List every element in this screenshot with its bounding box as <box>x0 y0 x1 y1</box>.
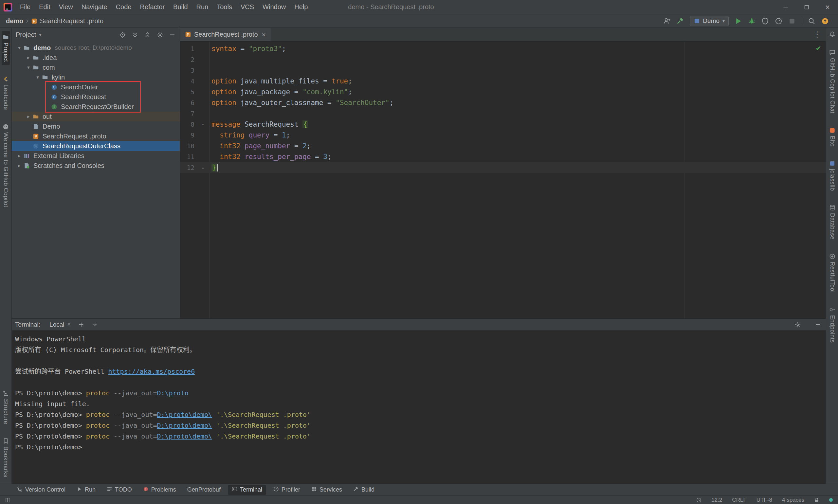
tree-item-scratches-and-consoles[interactable]: ▸Scratches and Consoles <box>12 161 180 170</box>
menu-build[interactable]: Build <box>169 0 192 14</box>
menu-view[interactable]: View <box>55 0 77 14</box>
terminal-hide-icon[interactable] <box>815 321 821 328</box>
tree-item-out[interactable]: ▸out <box>12 112 180 122</box>
menu-tools[interactable]: Tools <box>212 0 236 14</box>
tree-item-searchrequest[interactable]: CSearchRequest <box>12 92 180 102</box>
debug-button[interactable] <box>748 17 755 25</box>
profiler-button[interactable] <box>775 17 782 25</box>
chevron-down-icon[interactable]: ▾ <box>24 65 33 70</box>
toolwindow-button-build[interactable]: Build <box>349 485 378 495</box>
menu-run[interactable]: Run <box>192 0 213 14</box>
status-widget-icon[interactable] <box>696 498 701 503</box>
editor-tab[interactable]: P SearchRequest .proto × <box>180 28 271 41</box>
code-line-12[interactable]: 12▴} <box>180 162 826 173</box>
terminal-dropdown-icon[interactable] <box>92 321 98 328</box>
code-line-7[interactable]: 7 <box>180 108 826 119</box>
terminal-tab-local[interactable]: Local × <box>50 321 71 328</box>
tree-item-external-libraries[interactable]: ▸External Libraries <box>12 151 180 161</box>
chevron-down-icon[interactable]: ▾ <box>33 74 42 80</box>
tree-item-searchouter[interactable]: CSearchOuter <box>12 82 180 92</box>
toolwindow-button-bito[interactable]: Bito <box>828 124 836 149</box>
file-encoding[interactable]: UTF-8 <box>756 497 772 503</box>
toolwindow-button-run[interactable]: Run <box>73 485 100 495</box>
tree-item-demo[interactable]: ▾demosources root, D:\proto\demo <box>12 43 180 53</box>
fold-marker-icon[interactable]: ▴ <box>194 165 212 170</box>
status-dot-icon[interactable] <box>829 498 833 502</box>
locate-file-icon[interactable] <box>119 32 126 38</box>
chevron-down-icon[interactable]: ▾ <box>15 45 23 51</box>
settings-gear-icon[interactable] <box>157 32 163 38</box>
tree-item-searchrequestouterclass[interactable]: CSearchRequestOuterClass <box>12 141 180 151</box>
menu-file[interactable]: File <box>16 0 35 14</box>
terminal-link[interactable]: D:\proto <box>157 389 189 397</box>
run-button[interactable] <box>734 17 742 25</box>
terminal-settings-gear-icon[interactable] <box>795 321 801 328</box>
toolwindow-button-endpoints[interactable]: Endpoints <box>828 304 836 346</box>
toolwindow-button-restfultool[interactable]: RestfulTool <box>828 250 836 296</box>
terminal-tab-close-icon[interactable]: × <box>68 321 71 328</box>
run-config-selector[interactable]: Demo ▾ <box>690 16 729 26</box>
build-hammer-icon[interactable] <box>677 17 684 25</box>
fold-marker-icon[interactable]: ▾ <box>194 122 212 127</box>
code-line-2[interactable]: 2 <box>180 54 826 65</box>
toolwindow-button-profiler[interactable]: Profiler <box>269 485 304 495</box>
collapse-all-icon[interactable] <box>144 32 151 38</box>
chevron-down-icon[interactable]: ▾ <box>39 32 41 38</box>
project-panel-title[interactable]: Project <box>16 31 36 39</box>
toolwindow-button-structure[interactable]: Structure <box>2 388 10 428</box>
tab-close-icon[interactable]: × <box>262 31 266 39</box>
menu-code[interactable]: Code <box>112 0 136 14</box>
tree-item-demo[interactable]: Demo <box>12 122 180 131</box>
tree-item-searchrequest-proto[interactable]: PSearchRequest .proto <box>12 131 180 141</box>
code-editor[interactable]: ✔ 1syntax = "proto3";234option java_mult… <box>180 41 826 319</box>
code-line-9[interactable]: 9 string query = 1; <box>180 130 826 140</box>
chevron-right-icon[interactable]: ▸ <box>15 153 23 159</box>
breadcrumb-project[interactable]: demo <box>6 17 23 25</box>
terminal-link[interactable]: D:\proto\demo\ <box>157 411 212 418</box>
line-ending[interactable]: CRLF <box>732 497 746 503</box>
code-line-10[interactable]: 10 int32 page_number = 2; <box>180 140 826 151</box>
expand-all-icon[interactable] <box>131 32 139 38</box>
toolwindow-button-services[interactable]: Services <box>307 485 346 495</box>
menu-help[interactable]: Help <box>290 0 312 14</box>
maximize-button[interactable] <box>796 0 817 14</box>
toolwindow-button-leetcode[interactable]: Leetcode <box>2 73 10 113</box>
menu-navigate[interactable]: Navigate <box>77 0 112 14</box>
toolwindow-button-problems[interactable]: Problems <box>139 485 180 495</box>
toolwindow-button-todo[interactable]: TODO <box>103 485 136 495</box>
notifications-bell-icon[interactable] <box>829 31 835 39</box>
stop-button[interactable] <box>788 17 796 25</box>
editor-options-icon[interactable]: ⋮ <box>814 30 821 39</box>
code-with-me-icon[interactable] <box>663 17 671 25</box>
coverage-button[interactable] <box>762 17 769 25</box>
code-line-3[interactable]: 3 <box>180 65 826 76</box>
terminal-output[interactable]: Windows PowerShell版权所有 (C) Microsoft Cor… <box>12 330 826 484</box>
toolwindow-switcher-icon[interactable] <box>5 498 11 503</box>
tree-item-kylin[interactable]: ▾kylin <box>12 72 180 82</box>
toolwindow-button-jclasslib[interactable]: jclasslib <box>828 158 836 194</box>
tree-item-com[interactable]: ▾com <box>12 62 180 72</box>
toolwindow-button-copilot-welcome[interactable]: Welcome to GitHub Copilot <box>2 121 10 210</box>
toolwindow-button-github-copilot-chat[interactable]: GitHub Copilot Chat <box>828 47 836 116</box>
caret-position[interactable]: 12:2 <box>711 497 722 503</box>
menu-refactor[interactable]: Refactor <box>136 0 169 14</box>
toolwindow-button-bookmarks[interactable]: Bookmarks <box>2 435 10 481</box>
hide-panel-icon[interactable] <box>169 32 176 38</box>
toolwindow-button-terminal[interactable]: Terminal <box>228 485 266 495</box>
breadcrumb-file[interactable]: SearchRequest .proto <box>40 17 104 25</box>
code-line-11[interactable]: 11 int32 results_per_page = 3; <box>180 151 826 162</box>
code-line-8[interactable]: 8▾message SearchRequest { <box>180 119 826 130</box>
ide-update-icon[interactable] <box>821 17 829 25</box>
close-button[interactable]: × <box>817 0 838 14</box>
code-line-5[interactable]: 5option java_package = "com.kylin"; <box>180 86 826 97</box>
toolwindow-button-project[interactable]: Project <box>2 31 10 65</box>
chevron-right-icon[interactable]: ▸ <box>24 113 33 120</box>
terminal-link[interactable]: D:\proto\demo\ <box>157 421 212 429</box>
toolwindow-button-genprotobuf[interactable]: GenProtobuf <box>183 485 225 494</box>
terminal-link[interactable]: https://aka.ms/pscore6 <box>108 367 195 375</box>
code-line-1[interactable]: 1syntax = "proto3"; <box>180 43 826 54</box>
code-line-6[interactable]: 6option java_outer_classname = "SearchOu… <box>180 97 826 108</box>
toolwindow-button-database[interactable]: Database <box>828 202 836 242</box>
chevron-right-icon[interactable]: ▸ <box>15 163 23 168</box>
terminal-link[interactable]: D:\proto\demo\ <box>157 432 212 440</box>
